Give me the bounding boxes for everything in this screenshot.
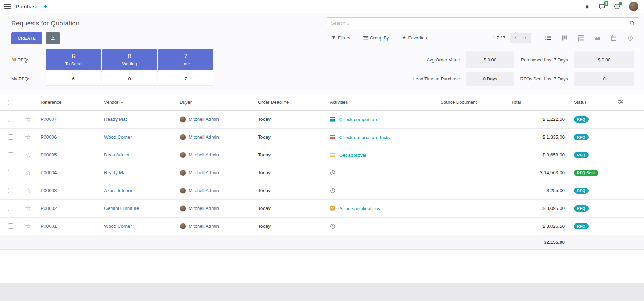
header-activities[interactable]: Activities [326,94,437,110]
buyer-link[interactable]: Mitchell Admin [188,205,219,211]
activity-clock-icon[interactable] [614,3,620,9]
activity-list-icon[interactable] [330,153,335,157]
activity-label[interactable]: Check optional products [339,134,390,140]
tile-waiting[interactable]: 0 Waiting [102,49,157,70]
favorite-star-icon[interactable]: ☆ [25,222,31,230]
filters-button[interactable]: Filters [332,35,350,41]
control-panel: Requests for Quotation CREATE [0,13,644,46]
favorite-star-icon[interactable]: ☆ [25,133,31,141]
favorite-star-icon[interactable]: ☆ [25,187,31,194]
table-row[interactable]: ☆ P00006 Wood Corner Mitchell Admin Toda… [0,128,644,146]
buyer-link[interactable]: Mitchell Admin [188,152,219,157]
pager-previous-button[interactable]: ‹ [510,33,520,43]
reference-link[interactable]: P00004 [40,170,57,175]
kanban-view-icon[interactable] [556,33,573,43]
tile-to-send[interactable]: 6 To Send [46,49,101,70]
reference-link[interactable]: P00002 [40,206,57,211]
my-waiting-count[interactable]: 0 [102,72,157,86]
vendor-link[interactable]: Azure Interior [104,188,132,193]
activity-view-icon[interactable] [622,33,638,43]
vendor-link[interactable]: Ready Mat [104,117,127,122]
download-button[interactable] [46,32,60,44]
header-total[interactable]: Total [508,94,568,110]
row-checkbox[interactable] [8,170,13,175]
table-row[interactable]: ☆ P00001 Wood Corner Mitchell Admin Toda… [0,217,644,235]
activity-clock-icon[interactable] [330,188,335,193]
header-source-document[interactable]: Source Document [437,94,508,110]
table-row[interactable]: ☆ P00005 Deco Addict Mitchell Admin Toda… [0,146,644,164]
reference-cell: P00003 [37,182,101,199]
favorite-star-icon[interactable]: ☆ [25,169,31,176]
pivot-view-icon[interactable] [573,33,589,43]
list-view-icon[interactable] [540,33,556,43]
graph-view-icon[interactable] [589,33,606,43]
chat-bubble-icon[interactable]: 5 [599,4,605,9]
buyer-cell: Mitchell Admin [176,128,254,146]
activity-list-icon[interactable] [330,135,335,139]
activity-label[interactable]: Check competitors [339,117,378,122]
filter-row: Filters Group By ★ Favorites [327,32,638,44]
reference-link[interactable]: P00003 [40,188,57,193]
table-row[interactable]: ☆ P00007 Ready Mat Mitchell Admin Today … [0,110,644,128]
favorite-star-icon[interactable]: ☆ [25,116,31,123]
activity-label[interactable]: Send specifications [340,206,380,211]
favorite-star-icon[interactable]: ☆ [25,151,31,159]
activity-list-icon[interactable] [330,117,335,122]
activity-envelope-icon[interactable] [330,206,335,211]
vendor-link[interactable]: Wood Corner [104,223,132,229]
select-all-checkbox[interactable] [8,100,13,105]
group-by-button[interactable]: Group By [363,35,389,41]
calendar-view-icon[interactable] [606,33,622,43]
row-checkbox[interactable] [8,206,13,211]
status-badge: RFQ [574,188,589,194]
header-buyer[interactable]: Buyer [176,94,254,110]
app-name[interactable]: Purchase [16,3,38,10]
buyer-link[interactable]: Mitchell Admin [188,134,219,139]
tile-late[interactable]: 7 Late [158,49,213,70]
buyer-link[interactable]: Mitchell Admin [188,188,219,193]
optional-columns-icon[interactable] [618,99,623,104]
buyer-link[interactable]: Mitchell Admin [188,116,219,122]
row-checkbox[interactable] [8,152,13,157]
header-reference[interactable]: Reference [37,94,101,110]
row-checkbox[interactable] [8,188,13,193]
buyer-link[interactable]: Mitchell Admin [188,223,219,228]
header-order-deadline[interactable]: Order Deadline [254,94,326,110]
favorites-button[interactable]: ★ Favorites [402,35,427,41]
table-row[interactable]: ☆ P00004 Ready Mat Mitchell Admin Today … [0,164,644,182]
magnifier-icon[interactable] [630,21,635,26]
header-vendor[interactable]: Vendor [101,94,176,110]
bug-icon[interactable] [584,4,590,9]
reference-link[interactable]: P00006 [40,134,57,140]
my-late-count[interactable]: 7 [158,72,213,86]
buyer-cell: Mitchell Admin [176,199,254,217]
buyer-link[interactable]: Mitchell Admin [188,170,219,175]
row-checkbox[interactable] [8,223,13,229]
favorites-label: Favorites [408,35,427,41]
table-row[interactable]: ☆ P00003 Azure Interior Mitchell Admin T… [0,182,644,199]
my-to-send-count[interactable]: 6 [46,72,101,86]
reference-link[interactable]: P00001 [40,223,57,229]
header-status[interactable]: Status [568,94,614,110]
table-row[interactable]: ☆ P00002 Gemini Furniture Mitchell Admin… [0,199,644,217]
activity-clock-icon[interactable] [330,223,335,229]
reference-link[interactable]: P00007 [40,117,57,122]
row-checkbox[interactable] [8,134,13,140]
user-avatar[interactable] [629,2,638,11]
vendor-link[interactable]: Wood Corner [104,134,132,140]
pager-next-button[interactable]: › [520,33,531,43]
search-input[interactable] [327,21,630,26]
plus-icon[interactable]: + [43,3,47,10]
favorite-star-icon[interactable]: ☆ [25,205,31,212]
vendor-link[interactable]: Gemini Furniture [104,206,139,211]
create-button[interactable]: CREATE [11,32,42,44]
pager-value[interactable]: 1-7 / 7 [493,35,505,41]
vendor-link[interactable]: Deco Addict [104,152,129,157]
activity-clock-icon[interactable] [330,170,335,176]
menu-icon[interactable] [4,4,11,9]
row-checkbox[interactable] [8,117,13,122]
activity-label[interactable]: Get approval [339,152,366,157]
status-cell: RFQ Sent [568,164,614,182]
reference-link[interactable]: P00005 [40,152,57,157]
vendor-link[interactable]: Ready Mat [104,170,127,175]
